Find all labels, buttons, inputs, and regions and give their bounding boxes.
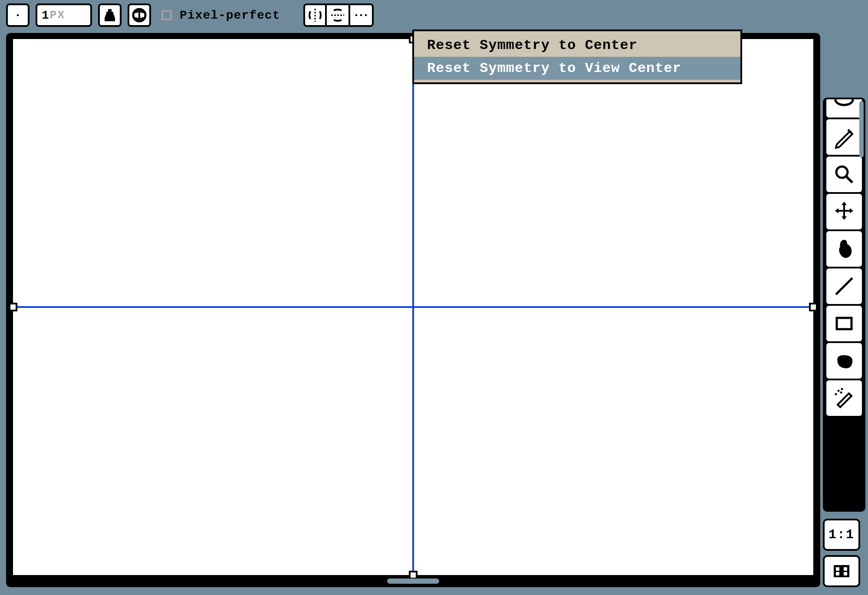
tool-move[interactable] [826, 194, 862, 229]
eraser-tool-icon [832, 98, 856, 111]
menu-item-reset-view-center[interactable]: Reset Symmetry to View Center [414, 57, 740, 80]
bucket-tool-icon [832, 237, 856, 261]
zoom-tool-icon [832, 163, 856, 186]
symmetry-handle-left[interactable] [9, 303, 17, 311]
svg-point-13 [841, 388, 843, 390]
tool-eraser[interactable] [826, 98, 862, 118]
symmetry-handle-bottom[interactable] [409, 571, 418, 579]
rectangle-tool-icon [832, 312, 856, 335]
svg-rect-4 [355, 14, 357, 16]
top-toolbar: 1 PX Pixel-perfect [0, 0, 868, 30]
symmetry-options-menu: Reset Symmetry to Center Reset Symmetry … [412, 29, 742, 84]
fit-screen-icon [832, 563, 851, 579]
svg-rect-19 [836, 572, 839, 575]
svg-rect-0 [17, 14, 19, 16]
pixel-perfect-checkbox[interactable] [161, 10, 172, 20]
symmetry-vertical-button[interactable] [303, 3, 327, 27]
svg-line-10 [836, 278, 852, 294]
tool-list [823, 98, 865, 512]
svg-rect-18 [844, 567, 847, 571]
brush-size-input[interactable]: 1 PX [36, 3, 92, 27]
svg-rect-17 [836, 567, 839, 571]
tool-bucket[interactable] [826, 231, 862, 267]
symmetry-handle-right[interactable] [809, 303, 818, 311]
move-tool-icon [832, 200, 856, 223]
view-buttons: 1:1 [823, 519, 865, 587]
blob-tool-icon [832, 349, 856, 373]
brush-size-unit: PX [50, 9, 65, 22]
menu-item-label: Reset Symmetry to Center [427, 37, 638, 53]
canvas-frame [6, 33, 820, 587]
tool-pencil[interactable] [826, 119, 862, 155]
spray-tool-icon [832, 386, 856, 410]
svg-point-12 [838, 390, 840, 392]
symmetry-options-button[interactable] [350, 3, 374, 27]
pixel-perfect-label: Pixel-perfect [180, 9, 280, 22]
menu-item-label: Reset Symmetry to View Center [427, 60, 681, 76]
svg-point-7 [835, 98, 853, 105]
connected-pixels-icon [131, 7, 148, 24]
tool-spray[interactable] [826, 380, 862, 416]
line-tool-icon [832, 275, 856, 298]
tool-blob[interactable] [826, 343, 862, 379]
symmetry-horizontal-icon [330, 8, 345, 23]
zoom-reset-button[interactable]: 1:1 [823, 519, 860, 551]
svg-point-14 [835, 393, 837, 396]
svg-rect-6 [365, 14, 367, 16]
svg-rect-5 [360, 14, 362, 16]
right-tool-panel: 1:1 [823, 98, 865, 587]
svg-rect-20 [844, 572, 847, 575]
pencil-tool-icon [832, 125, 856, 149]
tool-panel-scrollbar[interactable] [859, 101, 864, 157]
brush-preview-button[interactable] [6, 3, 30, 27]
brush-size-value: 1 [42, 9, 49, 22]
canvas[interactable] [13, 39, 813, 575]
menu-item-reset-center[interactable]: Reset Symmetry to Center [414, 34, 740, 57]
fit-screen-button[interactable] [823, 555, 860, 587]
symmetry-button-group [303, 3, 374, 27]
symmetry-horizontal-button[interactable] [327, 3, 350, 27]
ellipsis-icon [355, 13, 368, 17]
symmetry-vertical-icon [308, 8, 322, 23]
connected-pixels-button[interactable] [128, 3, 151, 27]
svg-point-8 [836, 167, 848, 178]
ink-bottle-icon [102, 7, 118, 23]
svg-point-15 [840, 392, 842, 394]
svg-line-9 [846, 177, 852, 183]
svg-rect-11 [837, 318, 852, 329]
dot-icon [16, 13, 20, 17]
tool-zoom[interactable] [826, 157, 862, 192]
symmetry-axis-horizontal[interactable] [13, 306, 813, 308]
tool-rectangle[interactable] [826, 306, 862, 341]
horizontal-scrollbar[interactable] [387, 579, 439, 584]
zoom-reset-label: 1:1 [829, 527, 855, 542]
ink-button[interactable] [98, 3, 122, 27]
tool-line[interactable] [826, 268, 862, 304]
